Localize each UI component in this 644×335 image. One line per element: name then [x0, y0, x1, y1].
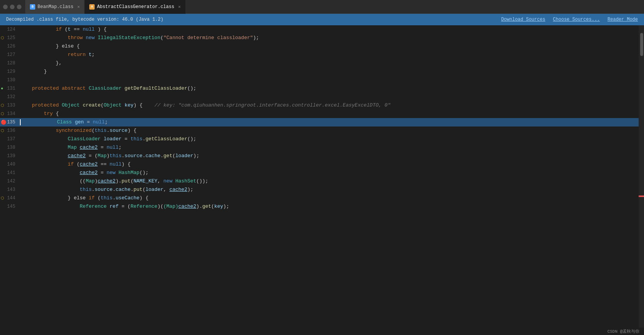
code-line-130[interactable]: 130: [0, 76, 639, 84]
line-number-124: 124: [0, 25, 18, 34]
line-content-136: synchronized(this.source) {: [18, 126, 639, 135]
code-line-134[interactable]: ⬡134 try {: [0, 110, 639, 118]
scrollbar-thumb[interactable]: [640, 33, 643, 56]
tab-abstractclassgenerator[interactable]: A AbstractClassGenerator.class ✕: [85, 0, 185, 14]
line-number-137: 137: [0, 135, 18, 143]
line-content-133: protected Object create(Object key) { //…: [18, 101, 639, 110]
line-number-134: ⬡134: [0, 110, 18, 118]
code-line-138[interactable]: 138 Map cache2 = null;: [0, 143, 639, 152]
line-content-141: cache2 = new HashMap();: [18, 169, 639, 177]
line-number-135: 🔴135: [0, 118, 18, 126]
code-line-136[interactable]: ⬡136 synchronized(this.source) {: [0, 126, 639, 135]
bookmark-icon-144: ⬡: [1, 196, 4, 200]
status-text: CSDN @孟秋与你: [607, 329, 639, 334]
line-number-133: ⬡133: [0, 101, 18, 110]
line-content-124: if (t == null ) {: [18, 25, 639, 34]
tab-beanmap[interactable]: B BeanMap.class ✕: [25, 0, 85, 14]
line-content-143: this.source.cache.put(loader, cache2);: [18, 186, 639, 194]
tab-beanmap-label: BeanMap.class: [38, 4, 74, 10]
scrollbar-track[interactable]: [639, 25, 644, 335]
line-content-134: try {: [18, 110, 639, 118]
line-content-132: [18, 93, 639, 101]
code-line-127[interactable]: 127 return t;: [0, 51, 639, 59]
download-sources-link[interactable]: Download Sources: [501, 17, 545, 22]
tab-abstractclassgenerator-icon: A: [89, 4, 95, 10]
code-line-124[interactable]: 124 if (t == null ) {: [0, 25, 639, 34]
code-line-128[interactable]: 128 },: [0, 59, 639, 67]
line-content-126: } else {: [18, 42, 639, 51]
code-line-139[interactable]: 139 cache2 = (Map)this.source.cache.get(…: [0, 152, 639, 160]
line-content-142: ((Map)cache2).put(NAME_KEY, new HashSet(…: [18, 177, 639, 186]
line-number-145: 145: [0, 202, 18, 211]
line-number-139: 139: [0, 152, 18, 160]
close-button[interactable]: [17, 5, 21, 9]
line-number-128: 128: [0, 59, 18, 67]
line-number-136: ⬡136: [0, 126, 18, 135]
line-number-127: 127: [0, 51, 18, 59]
tab-bar: B BeanMap.class ✕ A AbstractClassGenerat…: [0, 0, 644, 14]
code-line-133[interactable]: ⬡133 protected Object create(Object key)…: [0, 101, 639, 110]
window-controls: [3, 5, 21, 9]
line-content-135: Class gen = null;: [18, 118, 639, 126]
maximize-button[interactable]: [10, 5, 15, 9]
code-line-140[interactable]: 140 if (cache2 == null) {: [0, 160, 639, 169]
line-number-144: ⬡144: [0, 194, 18, 202]
line-content-137: ClassLoader loader = this.getClassLoader…: [18, 135, 639, 143]
line-content-125: throw new IllegalStateException("Cannot …: [18, 34, 639, 42]
code-line-141[interactable]: 141 cache2 = new HashMap();: [0, 169, 639, 177]
line-content-140: if (cache2 == null) {: [18, 160, 639, 169]
code-lines: 124 if (t == null ) {⬡125 throw new Ille…: [0, 25, 639, 211]
text-cursor: [20, 119, 21, 125]
line-content-144: } else if (this.useCache) {: [18, 194, 639, 202]
line-number-126: 126: [0, 42, 18, 51]
info-bar-actions: Download Sources Choose Sources... Reade…: [501, 17, 638, 22]
line-content-130: [18, 76, 639, 84]
line-number-142: 142: [0, 177, 18, 186]
bookmark-icon-136: ⬡: [1, 128, 4, 133]
code-line-145[interactable]: 145 Reference ref = (Reference)((Map)cac…: [0, 202, 639, 211]
line-content-138: Map cache2 = null;: [18, 143, 639, 152]
line-content-129: }: [18, 67, 639, 76]
line-number-140: 140: [0, 160, 18, 169]
line-number-141: 141: [0, 169, 18, 177]
minimize-button[interactable]: [3, 5, 8, 9]
code-line-125[interactable]: ⬡125 throw new IllegalStateException("Ca…: [0, 34, 639, 42]
tab-abstractclassgenerator-label: AbstractClassGenerator.class: [97, 4, 174, 10]
info-bar: Decompiled .class file, bytecode version…: [0, 14, 644, 25]
code-line-132[interactable]: 132: [0, 93, 639, 101]
bookmark-icon-133: ⬡: [1, 103, 4, 108]
reader-mode-link[interactable]: Reader Mode: [608, 17, 638, 22]
tab-beanmap-close[interactable]: ✕: [77, 4, 80, 9]
code-line-144[interactable]: ⬡144 } else if (this.useCache) {: [0, 194, 639, 202]
choose-sources-link[interactable]: Choose Sources...: [553, 17, 600, 22]
code-line-142[interactable]: 142 ((Map)cache2).put(NAME_KEY, new Hash…: [0, 177, 639, 186]
code-line-137[interactable]: 137 ClassLoader loader = this.getClassLo…: [0, 135, 639, 143]
code-line-143[interactable]: 143 this.source.cache.put(loader, cache2…: [0, 186, 639, 194]
code-area: 124 if (t == null ) {⬡125 throw new Ille…: [0, 25, 644, 335]
line-number-129: 129: [0, 67, 18, 76]
code-line-129[interactable]: 129 }: [0, 67, 639, 76]
tab-beanmap-icon: B: [30, 4, 35, 10]
line-number-131: ●131: [0, 84, 18, 93]
line-number-138: 138: [0, 143, 18, 152]
line-content-127: return t;: [18, 51, 639, 59]
line-number-130: 130: [0, 76, 18, 84]
status-bar: CSDN @孟秋与你: [603, 328, 644, 335]
code-line-131[interactable]: ●131 protected abstract ClassLoader getD…: [0, 84, 639, 93]
code-editor[interactable]: 124 if (t == null ) {⬡125 throw new Ille…: [0, 25, 639, 335]
line-number-125: ⬡125: [0, 34, 18, 42]
bookmark-icon-125: ⬡: [1, 36, 4, 40]
line-number-143: 143: [0, 186, 18, 194]
bookmark-icon-134: ⬡: [1, 112, 4, 116]
error-icon-135: 🔴: [1, 120, 7, 125]
code-line-135[interactable]: 🔴135 Class gen = null;: [0, 118, 639, 126]
line-content-145: Reference ref = (Reference)((Map)cache2)…: [18, 202, 639, 211]
code-line-126[interactable]: 126 } else {: [0, 42, 639, 51]
implement-icon-131: ●: [1, 86, 3, 91]
line-number-132: 132: [0, 93, 18, 101]
line-content-139: cache2 = (Map)this.source.cache.get(load…: [18, 152, 639, 160]
info-bar-message: Decompiled .class file, bytecode version…: [6, 17, 163, 22]
tab-abstractclassgenerator-close[interactable]: ✕: [178, 4, 181, 9]
error-annotation: [639, 195, 644, 197]
line-content-131: protected abstract ClassLoader getDefaul…: [18, 84, 639, 93]
